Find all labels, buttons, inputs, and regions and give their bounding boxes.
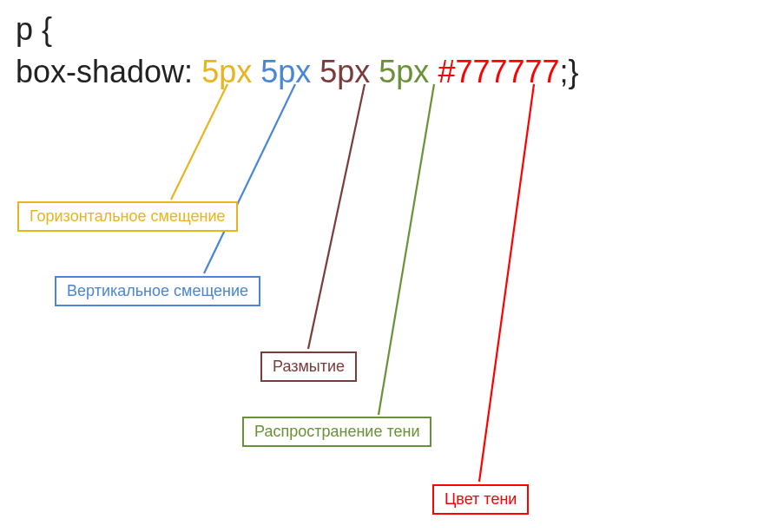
label-v-offset: Вертикальное смещение	[55, 276, 260, 306]
line-spread	[379, 84, 434, 415]
line-h-offset	[171, 84, 227, 200]
code-property: box-shadow:	[16, 54, 201, 89]
value-color: #777777	[438, 54, 559, 89]
code-block: p { box-shadow: 5px 5px 5px 5px #777777;…	[16, 9, 579, 93]
label-blur: Размытие	[260, 351, 357, 382]
label-color: Цвет тени	[432, 484, 529, 515]
line-color	[479, 84, 534, 482]
code-tail: ;}	[560, 54, 579, 89]
value-blur: 5px	[319, 54, 370, 89]
code-line-1: p {	[16, 11, 52, 47]
label-h-offset: Горизонтальное смещение	[17, 201, 238, 232]
value-h-offset: 5px	[201, 54, 252, 89]
value-spread: 5px	[379, 54, 429, 89]
line-v-offset	[204, 84, 295, 273]
value-v-offset: 5px	[260, 54, 311, 89]
diagram-root: p { box-shadow: 5px 5px 5px 5px #777777;…	[0, 0, 764, 532]
line-blur	[308, 84, 365, 349]
code-line-2: box-shadow: 5px 5px 5px 5px #777777;}	[16, 51, 579, 94]
label-spread: Распространение тени	[242, 417, 431, 447]
